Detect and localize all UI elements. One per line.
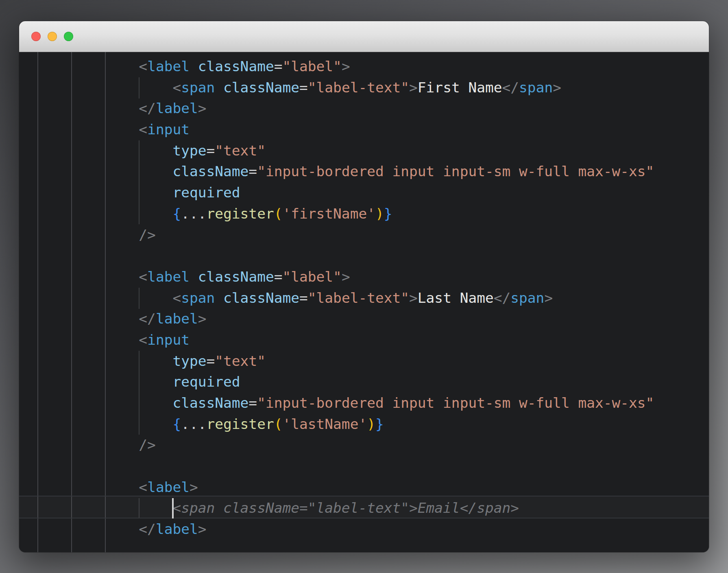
zoom-button[interactable]: [64, 32, 73, 41]
code-token-brace: {: [172, 416, 181, 432]
code-line: <span className="label-text">First Name<…: [19, 77, 654, 98]
code-token-string: "text": [215, 353, 266, 369]
code-token-bracket: <: [172, 290, 181, 306]
code-line: {...register('lastName')}: [19, 414, 654, 435]
minimize-button[interactable]: [48, 32, 57, 41]
code-token-tag: label: [156, 100, 198, 116]
code-token-attribute: className: [172, 163, 248, 179]
code-token-tag: label: [156, 521, 198, 537]
code-line: <span className="label-text">Last Name</…: [19, 288, 654, 309]
close-button[interactable]: [31, 32, 41, 41]
code-token-text: Last Name: [418, 290, 494, 306]
code-token-tag: label: [147, 479, 190, 495]
code-line: </label>: [19, 519, 654, 540]
code-line-ghost-suggestion: <span className="label-text">Email</span…: [19, 498, 654, 519]
code-token-bracket: <: [139, 479, 147, 495]
code-token-attribute: type: [172, 142, 206, 159]
code-line: <label className="label">: [19, 56, 654, 77]
code-token-attribute: required: [172, 374, 240, 390]
code-line: [19, 245, 654, 267]
code-token-bracket: >: [553, 79, 561, 96]
code-token-attribute: className: [223, 290, 299, 306]
code-line: type="text": [19, 351, 654, 372]
code-token-bracket: >: [544, 290, 553, 306]
code-token-bracket: </: [139, 521, 156, 537]
code-editor[interactable]: <label className="label"> <span classNam…: [19, 52, 709, 552]
code-token-tag: label: [147, 58, 190, 74]
code-token-attribute: required: [172, 184, 240, 201]
code-token-attribute: className: [198, 269, 274, 285]
code-token-operator: ...: [181, 416, 206, 432]
text-cursor: [172, 498, 174, 518]
code-token-string: "input-bordered input input-sm w-full ma…: [257, 395, 654, 411]
code-token-tag: input: [147, 121, 190, 138]
code-token-string: "label-text": [308, 79, 409, 96]
code-token-string: 'lastName': [282, 416, 367, 432]
code-token-bracket: >: [342, 269, 350, 285]
window-titlebar[interactable]: [19, 21, 709, 52]
code-line: <label>: [19, 477, 654, 498]
code-token-tag: label: [156, 311, 198, 327]
code-token-paren: (: [274, 206, 283, 222]
code-line: className="input-bordered input input-sm…: [19, 393, 654, 414]
code-content: <label className="label"> <span classNam…: [19, 56, 654, 540]
code-token-string: "input-bordered input input-sm w-full ma…: [257, 163, 654, 179]
code-line: {...register('firstName')}: [19, 203, 654, 225]
code-token-bracket: >: [198, 311, 207, 327]
code-line: <input: [19, 119, 654, 140]
code-token-brace: }: [384, 206, 392, 222]
code-token-string: "label": [282, 58, 341, 74]
code-token-string: "text": [215, 142, 266, 159]
code-token-bracket: </: [139, 100, 156, 116]
code-token-bracket: <: [139, 121, 147, 138]
code-token-string: 'firstName': [282, 206, 375, 222]
code-line: </label>: [19, 308, 654, 330]
code-token-operator: =: [299, 290, 308, 306]
code-token-operator: ...: [181, 206, 206, 222]
code-token-bracket: <: [172, 79, 181, 96]
code-line: required: [19, 372, 654, 393]
code-token-operator: =: [248, 163, 257, 179]
code-token-attribute: type: [172, 353, 206, 369]
code-token-operator: =: [274, 58, 283, 74]
code-token-bracket: />: [139, 437, 156, 453]
code-token-tag: span: [181, 290, 215, 306]
code-token-bracket: <: [139, 269, 147, 285]
code-token-bracket: >: [198, 100, 207, 116]
code-line: <label className="label">: [19, 267, 654, 288]
code-token-operator: =: [207, 142, 215, 159]
code-token-ghost: <span className="label-text">Email</span…: [172, 500, 519, 516]
code-line: </label>: [19, 98, 654, 119]
code-token-paren: (: [274, 416, 283, 432]
code-token-bracket: />: [139, 227, 156, 243]
code-token-operator: =: [299, 79, 308, 96]
code-token-tag: span: [510, 290, 544, 306]
code-token-attribute: className: [223, 79, 299, 96]
traffic-lights: [31, 32, 73, 41]
code-token-bracket: >: [342, 58, 350, 74]
code-token-plain: [215, 290, 223, 306]
code-token-tag: label: [147, 269, 190, 285]
code-token-plain: [190, 269, 198, 285]
code-token-attribute: className: [172, 395, 248, 411]
code-line: required: [19, 182, 654, 203]
code-token-bracket: <: [139, 58, 147, 74]
code-token-operator: =: [207, 353, 215, 369]
code-token-bracket: >: [190, 479, 198, 495]
code-token-function: register: [207, 416, 274, 432]
code-token-tag: input: [147, 332, 190, 348]
code-token-function: register: [207, 206, 274, 222]
code-token-bracket: </: [494, 290, 511, 306]
code-token-bracket: >: [198, 521, 207, 537]
code-token-attribute: className: [198, 58, 274, 74]
code-editor-window: <label className="label"> <span classNam…: [19, 21, 709, 552]
code-line: [19, 456, 654, 477]
code-token-bracket: </: [139, 311, 156, 327]
code-token-bracket: >: [409, 290, 418, 306]
code-line: <input: [19, 330, 654, 351]
code-token-paren: ): [375, 206, 384, 222]
code-token-text: First Name: [418, 79, 502, 96]
code-token-tag: span: [181, 79, 215, 96]
code-line: />: [19, 225, 654, 246]
code-token-plain: [190, 58, 198, 74]
